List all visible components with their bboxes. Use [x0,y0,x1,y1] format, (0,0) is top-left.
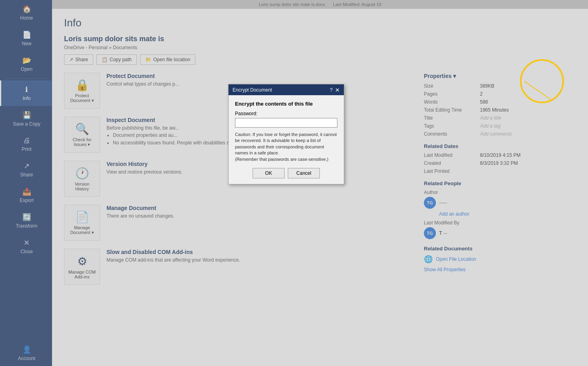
dialog-ok-button[interactable]: OK [253,168,285,178]
dialog-buttons: OK Cancel [235,168,337,178]
password-input[interactable] [235,118,337,128]
dialog-title-buttons: ? ✕ [330,87,340,93]
dialog-cancel-button[interactable]: Cancel [288,168,320,178]
dialog-warning: Caution: If you lose or forget the passw… [235,132,337,162]
dialog-title: Encrypt Document [233,87,272,93]
encrypt-document-dialog: Encrypt Document ? ✕ Encrypt the content… [228,84,344,184]
password-label: Password: [235,111,337,116]
dialog-titlebar: Encrypt Document ? ✕ [229,84,344,95]
dialog-close-button[interactable]: ✕ [335,87,340,93]
dialog-heading: Encrypt the contents of this file [235,101,337,107]
dialog-help-button[interactable]: ? [330,87,333,93]
main-content: Loris sump dolor sits mate is.docx Last … [52,0,588,366]
dialog-body: Encrypt the contents of this file Passwo… [229,95,344,184]
